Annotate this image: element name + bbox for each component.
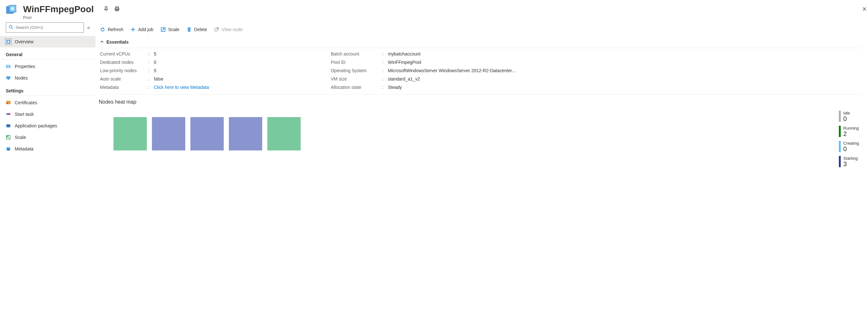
ess-value-autoscale: false — [154, 76, 163, 82]
toolbar-label: Add job — [138, 27, 153, 32]
heatmap-nodes — [99, 108, 301, 150]
toolbar-label: Delete — [194, 27, 207, 32]
search-input[interactable] — [16, 25, 81, 30]
legend-idle: Idle 0 — [839, 111, 859, 122]
ess-value-pool-id: WinFFmpegPool — [388, 60, 421, 65]
sidebar-item-label: Certificates — [15, 100, 37, 105]
sidebar-item-certificates[interactable]: Certificates — [0, 97, 95, 108]
pool-resource-icon — [6, 4, 19, 17]
svg-rect-14 — [8, 79, 9, 80]
toolbar-label: View node — [222, 27, 243, 32]
legend-label: Creating — [843, 141, 859, 146]
ess-value-vcpus: 5 — [154, 51, 156, 56]
ess-label-dedicated: Dedicated nodes — [100, 60, 148, 65]
heatmap-node-starting[interactable] — [152, 117, 185, 150]
svg-rect-20 — [6, 124, 10, 126]
heatmap-node-running[interactable] — [267, 117, 301, 150]
sidebar-section-general: General — [0, 48, 95, 59]
sidebar-item-properties[interactable]: Properties — [0, 61, 95, 72]
refresh-icon — [100, 27, 105, 32]
collapse-sidebar-icon[interactable]: « — [87, 25, 90, 30]
page-subtitle: Pool — [23, 15, 94, 20]
sidebar-item-start-task[interactable]: Start task — [0, 108, 95, 120]
ess-label-vcpus: Current vCPUs — [100, 51, 148, 56]
overview-icon — [6, 39, 11, 44]
svg-rect-13 — [6, 76, 10, 79]
ess-value-allocation: Steady — [388, 85, 402, 90]
heatmap-legend: Idle 0 Running 2 Creat — [839, 108, 859, 167]
sidebar-item-label: Application packages — [15, 123, 57, 128]
print-icon[interactable] — [115, 6, 120, 13]
sidebar-item-application-packages[interactable]: Application packages — [0, 120, 95, 132]
ess-value-dedicated: 0 — [154, 60, 156, 65]
delete-button[interactable]: Delete — [187, 27, 207, 32]
legend-label: Idle — [843, 111, 850, 115]
application-packages-icon — [6, 123, 11, 128]
start-task-icon — [6, 112, 11, 117]
open-external-icon — [214, 27, 219, 32]
view-node-button: View node — [214, 27, 243, 32]
svg-point-6 — [9, 25, 12, 28]
scale-button[interactable]: Scale — [161, 27, 180, 32]
legend-count: 0 — [843, 146, 859, 152]
ess-value-os: MicrosoftWindowsServer WindowsServer 201… — [388, 68, 516, 73]
ess-label-vmsize: VM size — [331, 76, 382, 82]
close-icon[interactable]: × — [862, 4, 867, 13]
sidebar-item-label: Scale — [15, 135, 26, 140]
ess-label-pool-id: Pool ID — [331, 60, 382, 65]
svg-point-16 — [7, 103, 8, 104]
sidebar-item-scale[interactable]: Scale — [0, 132, 95, 143]
search-icon — [9, 25, 13, 30]
svg-rect-2 — [11, 7, 14, 10]
legend-color-idle — [839, 111, 841, 122]
ess-value-lowpriority: 5 — [154, 68, 156, 73]
svg-point-24 — [6, 149, 10, 150]
legend-color-running — [839, 126, 841, 137]
chevron-up-icon — [100, 40, 104, 45]
sidebar-item-label: Start task — [15, 112, 34, 117]
add-job-button[interactable]: Add job — [130, 27, 153, 32]
legend-color-starting — [839, 156, 841, 167]
legend-label: Starting — [843, 156, 858, 161]
pin-icon[interactable] — [103, 6, 108, 13]
legend-label: Running — [843, 126, 859, 131]
legend-count: 0 — [843, 115, 850, 122]
sidebar: « Overview General Properties Nodes — [0, 23, 95, 173]
svg-rect-28 — [215, 28, 218, 31]
sidebar-item-overview[interactable]: Overview — [0, 36, 95, 48]
metadata-link[interactable]: Click here to view Metadata — [154, 85, 209, 90]
essentials-panel: Current vCPUs : 5 Dedicated nodes : 0 Lo… — [99, 48, 862, 95]
sidebar-item-nodes[interactable]: Nodes — [0, 72, 95, 84]
ess-value-vmsize: standard_a1_v2 — [388, 76, 420, 82]
ess-label-metadata: Metadata — [100, 85, 148, 90]
toolbar-label: Scale — [168, 27, 180, 32]
essentials-title: Essentials — [106, 39, 128, 45]
svg-line-7 — [12, 28, 13, 29]
metadata-icon — [6, 146, 11, 151]
sidebar-item-label: Properties — [15, 64, 35, 69]
sidebar-item-metadata[interactable]: Metadata — [0, 143, 95, 155]
page-header: WinFFmpegPool Pool × — [0, 0, 868, 23]
svg-rect-10 — [6, 65, 7, 68]
ess-value-batch-account: mybatchaccount — [388, 51, 421, 56]
legend-count: 3 — [843, 161, 858, 167]
search-input-container[interactable] — [6, 23, 84, 33]
refresh-button[interactable]: Refresh — [100, 27, 123, 32]
heatmap-node-running[interactable] — [114, 117, 147, 150]
toolbar-label: Refresh — [108, 27, 123, 32]
sidebar-section-settings: Settings — [0, 84, 95, 95]
legend-count: 2 — [843, 131, 859, 137]
sidebar-item-label: Overview — [15, 39, 33, 44]
page-title: WinFFmpegPool — [23, 4, 94, 15]
heatmap-node-starting[interactable] — [190, 117, 224, 150]
plus-icon — [130, 27, 135, 32]
sidebar-item-label: Metadata — [15, 146, 33, 151]
legend-running: Running 2 — [839, 126, 859, 137]
svg-rect-11 — [8, 65, 9, 68]
properties-icon — [6, 64, 11, 69]
svg-rect-18 — [6, 113, 8, 115]
essentials-toggle[interactable]: Essentials — [99, 36, 862, 48]
ess-label-allocation: Allocation state — [331, 85, 382, 90]
heatmap-node-starting[interactable] — [229, 117, 262, 150]
ess-label-batch-account: Batch account — [331, 51, 382, 56]
